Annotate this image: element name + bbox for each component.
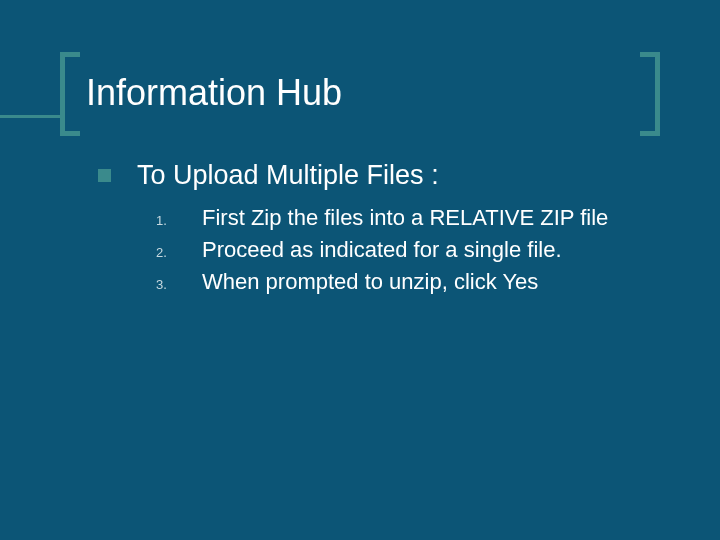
step-number: 1. [148,213,202,228]
subtitle-row: To Upload Multiple Files : [98,160,680,191]
list-item: 1. First Zip the files into a RELATIVE Z… [148,205,680,231]
square-bullet-icon [98,169,111,182]
slide-title: Information Hub [86,72,342,114]
step-number: 2. [148,245,202,260]
bracket-left-icon [60,52,80,136]
content-area: To Upload Multiple Files : 1. First Zip … [98,160,680,301]
list-item: 2. Proceed as indicated for a single fil… [148,237,680,263]
bracket-right-icon [640,52,660,136]
steps-list: 1. First Zip the files into a RELATIVE Z… [148,205,680,295]
step-text: When prompted to unzip, click Yes [202,269,538,295]
title-underline [0,115,65,118]
title-area: Information Hub [60,52,660,136]
list-item: 3. When prompted to unzip, click Yes [148,269,680,295]
step-text: First Zip the files into a RELATIVE ZIP … [202,205,608,231]
subtitle-text: To Upload Multiple Files : [137,160,439,191]
step-text: Proceed as indicated for a single file. [202,237,562,263]
step-number: 3. [148,277,202,292]
